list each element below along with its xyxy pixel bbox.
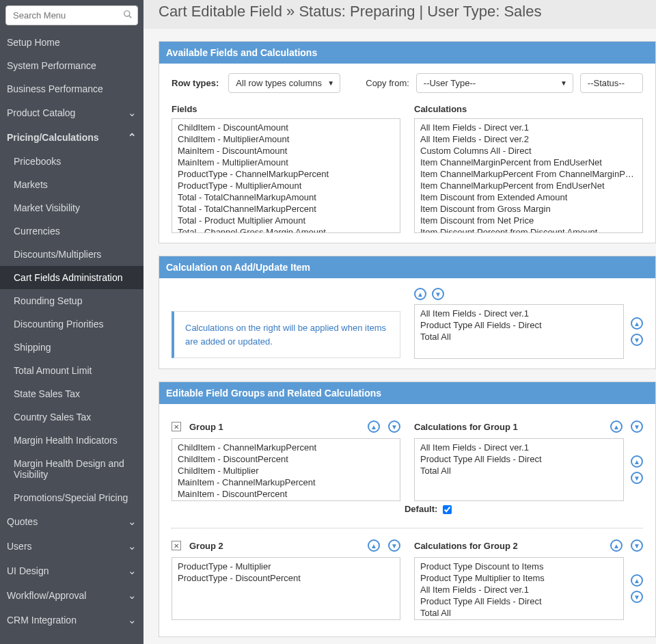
row-types-select[interactable]: All row types columns▼ [228, 73, 340, 93]
list-item[interactable]: Product Type All Fields - Direct [416, 319, 622, 331]
list-item[interactable]: ChildItem - DiscountAmount [174, 122, 398, 133]
default-checkbox[interactable] [443, 505, 452, 514]
group1-title: Group 1 [189, 422, 359, 432]
nav-shipping[interactable]: Shipping [0, 336, 144, 359]
delete-group-icon[interactable]: ✕ [172, 422, 181, 431]
nav-product-catalog[interactable]: Product Catalog⌄ [0, 100, 144, 125]
move-down-icon[interactable]: ▼ [388, 420, 400, 433]
move-up-icon[interactable]: ▲ [631, 574, 643, 587]
nav-quotes[interactable]: Quotes⌄ [0, 509, 144, 534]
nav-margin-health-design[interactable]: Margin Health Design and Visibility [0, 452, 144, 486]
list-item[interactable]: ProductType - ChannelMarkupPercent [174, 168, 398, 180]
nav-crm-integration[interactable]: CRM Integration⌄ [0, 608, 144, 632]
calculations-listbox[interactable]: All Item Fields - Direct ver.1All Item F… [414, 118, 643, 233]
list-item[interactable]: Product Type Multiplier to Items [416, 572, 622, 584]
list-item[interactable]: Product Type All Fields - Direct [416, 595, 622, 607]
list-item[interactable]: Item ChannelMarginPercent from EndUserNe… [416, 157, 641, 168]
list-item[interactable]: All Item Fields - Direct ver.1 [416, 584, 622, 595]
nav-country-sales-tax[interactable]: Country Sales Tax [0, 405, 144, 429]
move-up-icon[interactable]: ▲ [368, 539, 380, 552]
list-item[interactable]: MainItem - Multiplier [174, 500, 398, 501]
list-item[interactable]: Total - TotalChannelMarkupPercent [174, 203, 398, 215]
move-down-icon[interactable]: ▼ [631, 591, 643, 603]
list-item[interactable]: All Item Fields - Direct ver.1 [416, 442, 622, 453]
group1-calcs-listbox[interactable]: All Item Fields - Direct ver.1Product Ty… [414, 438, 624, 501]
group2-calcs-listbox[interactable]: Product Type Discount to ItemsProduct Ty… [414, 557, 624, 620]
nav-workflow-approval[interactable]: Workflow/Approval⌄ [0, 583, 144, 608]
move-down-icon[interactable]: ▼ [631, 420, 643, 433]
list-item[interactable]: MainItem - DiscountPercent [174, 488, 398, 500]
list-item[interactable]: Item Discount Percent from Discount Amou… [416, 226, 641, 233]
nav-discounts-multipliers[interactable]: Discounts/Multipliers [0, 243, 144, 266]
list-item[interactable]: ProductType - Multiplier [174, 561, 398, 572]
list-item[interactable]: All Item Fields - Direct ver.1 [416, 122, 641, 133]
list-item[interactable]: MainItem - MultiplierAmount [174, 157, 398, 168]
copy-from-user-type-select[interactable]: --User Type--▼ [416, 73, 573, 93]
list-item[interactable]: Total - TotalChannelMarkupAmount [174, 191, 398, 203]
main-content: Cart Editable Field » Status: Preparing … [144, 0, 656, 644]
nav-state-sales-tax[interactable]: State Sales Tax [0, 382, 144, 405]
search-icon [123, 10, 133, 21]
list-item[interactable]: ProductType - DiscountPercent [174, 572, 398, 584]
move-up-icon[interactable]: ▲ [368, 420, 380, 433]
list-item[interactable]: Custom Columns All - Direct [416, 145, 641, 157]
group1-fields-listbox[interactable]: ChildItem - ChannelMarkupPercentChildIte… [172, 438, 400, 501]
list-item[interactable]: All Item Fields - Direct ver.2 [416, 133, 641, 145]
nav-currencies[interactable]: Currencies [0, 219, 144, 243]
list-item[interactable]: Total All [416, 331, 622, 343]
list-item[interactable]: ChildItem - DiscountPercent [174, 453, 398, 465]
list-item[interactable]: Total All [416, 465, 622, 477]
nav-market-visibility[interactable]: Market Visibility [0, 196, 144, 219]
group2-fields-listbox[interactable]: ProductType - MultiplierProductType - Di… [172, 557, 400, 620]
nav-rounding-setup[interactable]: Rounding Setup [0, 289, 144, 312]
delete-group-icon[interactable]: ✕ [172, 541, 181, 550]
nav-pricing-calculations[interactable]: Pricing/Calculations⌃ [0, 125, 144, 150]
list-item[interactable]: Item ChannelMarkupPercent from EndUserNe… [416, 180, 641, 191]
list-item[interactable]: MainItem - DiscountAmount [174, 145, 398, 157]
nav-markets[interactable]: Markets [0, 173, 144, 196]
chevron-down-icon: ⌄ [128, 515, 137, 528]
nav-business-performance[interactable]: Business Performance [0, 77, 144, 100]
list-item[interactable]: All Item Fields - Direct ver.1 [416, 308, 622, 319]
move-down-icon[interactable]: ▼ [631, 334, 643, 346]
move-up-icon[interactable]: ▲ [610, 539, 623, 552]
move-down-icon[interactable]: ▼ [631, 539, 643, 552]
calculations-label: Calculations [414, 104, 643, 114]
list-item[interactable]: ChildItem - ChannelMarkupPercent [174, 442, 398, 453]
nav-promotions[interactable]: Promotions/Special Pricing [0, 486, 144, 509]
list-item[interactable]: Product Type Discount to Items [416, 561, 622, 572]
nav-pricebooks[interactable]: Pricebooks [0, 150, 144, 173]
fields-listbox[interactable]: ChildItem - DiscountAmountChildItem - Mu… [172, 118, 400, 233]
move-down-icon[interactable]: ▼ [631, 472, 643, 484]
list-item[interactable]: Item ChannelMarkupPercent From ChannelMa… [416, 168, 641, 180]
list-item[interactable]: Item Discount from Gross Margin [416, 203, 641, 215]
list-item[interactable]: Item Discount from Extended Amount [416, 191, 641, 203]
list-item[interactable]: Total All [416, 607, 622, 619]
list-item[interactable]: Item Discount from Net Price [416, 215, 641, 226]
list-item[interactable]: MainItem - ChannelMarkupPercent [174, 477, 398, 488]
nav-ui-design[interactable]: UI Design⌄ [0, 559, 144, 583]
search-input[interactable] [5, 5, 138, 25]
move-up-icon[interactable]: ▲ [610, 420, 623, 433]
list-item[interactable]: Total - Channel Gross Margin Amount [174, 226, 398, 233]
nav-system-performance[interactable]: System Performance [0, 54, 144, 77]
nav-margin-health-indicators[interactable]: Margin Health Indicators [0, 429, 144, 452]
list-item[interactable]: ChildItem - Multiplier [174, 465, 398, 477]
move-up-icon[interactable]: ▲ [414, 288, 426, 300]
move-down-icon[interactable]: ▼ [388, 539, 400, 552]
nav-setup-home[interactable]: Setup Home [0, 31, 144, 54]
list-item[interactable]: ChildItem - MultiplierAmount [174, 133, 398, 145]
move-up-icon[interactable]: ▲ [631, 455, 643, 468]
move-down-icon[interactable]: ▼ [432, 288, 444, 300]
move-up-icon[interactable]: ▲ [631, 317, 643, 330]
calc-on-add-listbox[interactable]: All Item Fields - Direct ver.1Product Ty… [414, 304, 624, 359]
nav-discounting-priorities[interactable]: Discounting Priorities [0, 312, 144, 336]
nav-cart-fields-admin[interactable]: Cart Fields Administration [0, 266, 144, 289]
nav-users[interactable]: Users⌄ [0, 534, 144, 559]
svg-point-0 [124, 11, 130, 16]
copy-from-status-select[interactable]: --Status-- [580, 73, 643, 93]
list-item[interactable]: Product Type All Fields - Direct [416, 453, 622, 465]
list-item[interactable]: Total - Product Multiplier Amount [174, 215, 398, 226]
list-item[interactable]: ProductType - MultiplierAmount [174, 180, 398, 191]
nav-total-amount-limit[interactable]: Total Amount Limit [0, 359, 144, 382]
